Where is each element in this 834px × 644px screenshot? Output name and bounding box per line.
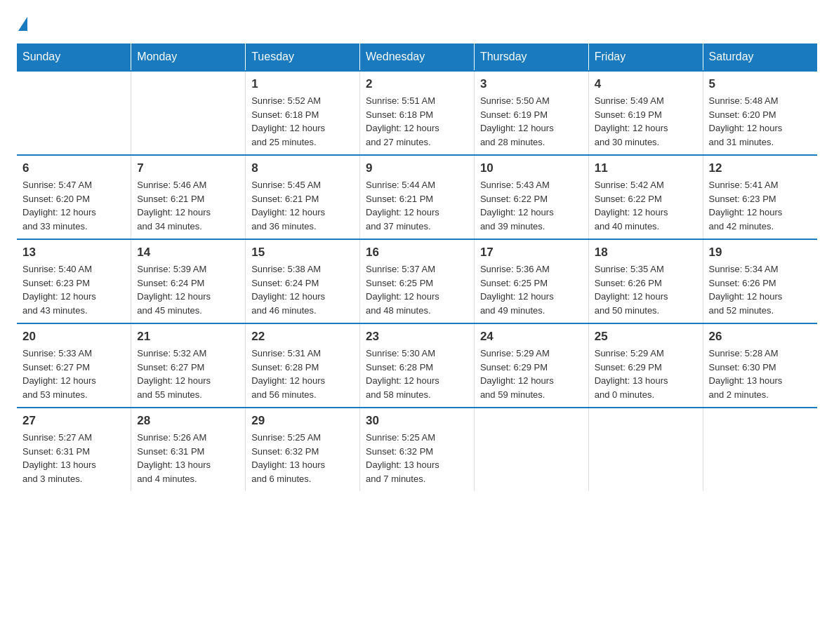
logo (17, 17, 27, 29)
day-info: Sunrise: 5:28 AM Sunset: 6:30 PM Dayligh… (709, 347, 812, 401)
calendar-cell: 22Sunrise: 5:31 AM Sunset: 6:28 PM Dayli… (246, 323, 360, 408)
day-info: Sunrise: 5:31 AM Sunset: 6:28 PM Dayligh… (251, 347, 354, 401)
calendar-cell (131, 71, 246, 155)
day-number: 20 (22, 330, 125, 344)
day-number: 5 (709, 77, 812, 91)
calendar-cell: 20Sunrise: 5:33 AM Sunset: 6:27 PM Dayli… (17, 323, 131, 408)
day-number: 13 (22, 246, 125, 260)
day-number: 11 (595, 161, 697, 175)
calendar-cell: 6Sunrise: 5:47 AM Sunset: 6:20 PM Daylig… (17, 155, 131, 239)
calendar-cell: 24Sunrise: 5:29 AM Sunset: 6:29 PM Dayli… (474, 323, 588, 408)
calendar-week-row: 13Sunrise: 5:40 AM Sunset: 6:23 PM Dayli… (17, 239, 817, 323)
calendar-cell: 8Sunrise: 5:45 AM Sunset: 6:21 PM Daylig… (246, 155, 360, 239)
day-info: Sunrise: 5:32 AM Sunset: 6:27 PM Dayligh… (137, 347, 239, 401)
day-number: 30 (366, 414, 468, 428)
day-info: Sunrise: 5:25 AM Sunset: 6:32 PM Dayligh… (366, 431, 468, 485)
calendar-cell: 26Sunrise: 5:28 AM Sunset: 6:30 PM Dayli… (703, 323, 817, 408)
calendar-cell: 2Sunrise: 5:51 AM Sunset: 6:18 PM Daylig… (360, 71, 475, 155)
day-number: 25 (595, 330, 697, 344)
calendar-cell: 23Sunrise: 5:30 AM Sunset: 6:28 PM Dayli… (360, 323, 475, 408)
calendar-cell (17, 71, 131, 155)
calendar-table: SundayMondayTuesdayWednesdayThursdayFrid… (17, 43, 817, 491)
calendar-cell: 4Sunrise: 5:49 AM Sunset: 6:19 PM Daylig… (588, 71, 703, 155)
day-number: 26 (709, 330, 812, 344)
day-number: 14 (137, 246, 239, 260)
day-number: 23 (366, 330, 468, 344)
page-header (17, 17, 817, 29)
calendar-week-row: 1Sunrise: 5:52 AM Sunset: 6:18 PM Daylig… (17, 71, 817, 155)
day-number: 28 (137, 414, 239, 428)
day-info: Sunrise: 5:46 AM Sunset: 6:21 PM Dayligh… (137, 178, 239, 233)
day-info: Sunrise: 5:51 AM Sunset: 6:18 PM Dayligh… (366, 94, 468, 149)
calendar-cell: 3Sunrise: 5:50 AM Sunset: 6:19 PM Daylig… (474, 71, 588, 155)
day-number: 9 (366, 161, 468, 175)
day-of-week-header: Friday (588, 43, 703, 71)
day-info: Sunrise: 5:41 AM Sunset: 6:23 PM Dayligh… (709, 178, 812, 233)
calendar-cell (703, 408, 817, 491)
day-info: Sunrise: 5:30 AM Sunset: 6:28 PM Dayligh… (366, 347, 468, 401)
day-number: 6 (22, 161, 125, 175)
calendar-week-row: 6Sunrise: 5:47 AM Sunset: 6:20 PM Daylig… (17, 155, 817, 239)
calendar-cell: 30Sunrise: 5:25 AM Sunset: 6:32 PM Dayli… (360, 408, 475, 491)
day-info: Sunrise: 5:38 AM Sunset: 6:24 PM Dayligh… (251, 262, 354, 317)
calendar-cell: 11Sunrise: 5:42 AM Sunset: 6:22 PM Dayli… (588, 155, 703, 239)
day-info: Sunrise: 5:49 AM Sunset: 6:19 PM Dayligh… (595, 94, 697, 149)
calendar-cell: 15Sunrise: 5:38 AM Sunset: 6:24 PM Dayli… (246, 239, 360, 323)
day-info: Sunrise: 5:27 AM Sunset: 6:31 PM Dayligh… (22, 431, 125, 485)
day-number: 18 (595, 246, 697, 260)
day-info: Sunrise: 5:44 AM Sunset: 6:21 PM Dayligh… (366, 178, 468, 233)
day-info: Sunrise: 5:47 AM Sunset: 6:20 PM Dayligh… (22, 178, 125, 233)
day-info: Sunrise: 5:39 AM Sunset: 6:24 PM Dayligh… (137, 262, 239, 317)
calendar-header-row: SundayMondayTuesdayWednesdayThursdayFrid… (17, 43, 817, 71)
day-info: Sunrise: 5:43 AM Sunset: 6:22 PM Dayligh… (480, 178, 583, 233)
calendar-cell: 5Sunrise: 5:48 AM Sunset: 6:20 PM Daylig… (703, 71, 817, 155)
day-of-week-header: Saturday (703, 43, 817, 71)
day-info: Sunrise: 5:26 AM Sunset: 6:31 PM Dayligh… (137, 431, 239, 485)
day-number: 17 (480, 246, 583, 260)
day-info: Sunrise: 5:29 AM Sunset: 6:29 PM Dayligh… (480, 347, 583, 401)
calendar-cell (474, 408, 588, 491)
day-number: 21 (137, 330, 239, 344)
day-info: Sunrise: 5:25 AM Sunset: 6:32 PM Dayligh… (251, 431, 354, 485)
day-info: Sunrise: 5:40 AM Sunset: 6:23 PM Dayligh… (22, 262, 125, 317)
day-info: Sunrise: 5:45 AM Sunset: 6:21 PM Dayligh… (251, 178, 354, 233)
calendar-cell: 14Sunrise: 5:39 AM Sunset: 6:24 PM Dayli… (131, 239, 246, 323)
day-number: 12 (709, 161, 812, 175)
day-info: Sunrise: 5:36 AM Sunset: 6:25 PM Dayligh… (480, 262, 583, 317)
day-info: Sunrise: 5:37 AM Sunset: 6:25 PM Dayligh… (366, 262, 468, 317)
day-info: Sunrise: 5:29 AM Sunset: 6:29 PM Dayligh… (595, 347, 697, 401)
day-info: Sunrise: 5:42 AM Sunset: 6:22 PM Dayligh… (595, 178, 697, 233)
day-number: 4 (595, 77, 697, 91)
day-info: Sunrise: 5:52 AM Sunset: 6:18 PM Dayligh… (251, 94, 354, 149)
calendar-cell: 29Sunrise: 5:25 AM Sunset: 6:32 PM Dayli… (246, 408, 360, 491)
calendar-cell: 1Sunrise: 5:52 AM Sunset: 6:18 PM Daylig… (246, 71, 360, 155)
day-number: 24 (480, 330, 583, 344)
day-number: 27 (22, 414, 125, 428)
day-number: 19 (709, 246, 812, 260)
calendar-cell (588, 408, 703, 491)
day-info: Sunrise: 5:48 AM Sunset: 6:20 PM Dayligh… (709, 94, 812, 149)
calendar-cell: 19Sunrise: 5:34 AM Sunset: 6:26 PM Dayli… (703, 239, 817, 323)
calendar-week-row: 27Sunrise: 5:27 AM Sunset: 6:31 PM Dayli… (17, 408, 817, 491)
calendar-cell: 25Sunrise: 5:29 AM Sunset: 6:29 PM Dayli… (588, 323, 703, 408)
day-of-week-header: Monday (131, 43, 246, 71)
day-of-week-header: Thursday (474, 43, 588, 71)
day-of-week-header: Tuesday (246, 43, 360, 71)
calendar-cell: 17Sunrise: 5:36 AM Sunset: 6:25 PM Dayli… (474, 239, 588, 323)
day-info: Sunrise: 5:34 AM Sunset: 6:26 PM Dayligh… (709, 262, 812, 317)
day-of-week-header: Wednesday (360, 43, 475, 71)
day-of-week-header: Sunday (17, 43, 131, 71)
day-number: 29 (251, 414, 354, 428)
calendar-cell: 12Sunrise: 5:41 AM Sunset: 6:23 PM Dayli… (703, 155, 817, 239)
day-number: 22 (251, 330, 354, 344)
day-info: Sunrise: 5:33 AM Sunset: 6:27 PM Dayligh… (22, 347, 125, 401)
calendar-cell: 10Sunrise: 5:43 AM Sunset: 6:22 PM Dayli… (474, 155, 588, 239)
day-number: 16 (366, 246, 468, 260)
calendar-cell: 21Sunrise: 5:32 AM Sunset: 6:27 PM Dayli… (131, 323, 246, 408)
day-number: 15 (251, 246, 354, 260)
calendar-cell: 9Sunrise: 5:44 AM Sunset: 6:21 PM Daylig… (360, 155, 475, 239)
day-number: 2 (366, 77, 468, 91)
day-number: 3 (480, 77, 583, 91)
day-info: Sunrise: 5:50 AM Sunset: 6:19 PM Dayligh… (480, 94, 583, 149)
calendar-cell: 7Sunrise: 5:46 AM Sunset: 6:21 PM Daylig… (131, 155, 246, 239)
